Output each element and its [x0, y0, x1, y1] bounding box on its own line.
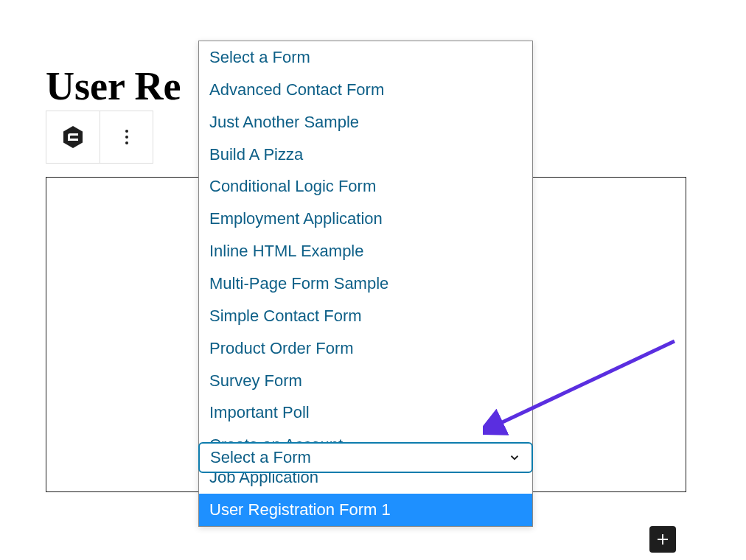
block-toolbar	[46, 111, 153, 164]
dropdown-option[interactable]: Advanced Contact Form	[199, 74, 532, 106]
svg-marker-0	[63, 126, 83, 148]
dropdown-option[interactable]: Important Poll	[199, 396, 532, 429]
dropdown-option[interactable]: Just Another Sample	[199, 106, 532, 139]
dropdown-option[interactable]: Select a Form	[199, 41, 532, 74]
more-vertical-icon	[125, 130, 128, 144]
dropdown-option[interactable]: Conditional Logic Form	[199, 170, 532, 203]
dropdown-option[interactable]: Inline HTML Example	[199, 235, 532, 267]
more-options-button[interactable]	[100, 111, 153, 163]
plus-icon	[654, 531, 672, 548]
gravity-forms-icon	[61, 125, 85, 149]
block-type-button[interactable]	[46, 111, 100, 163]
dropdown-option[interactable]: User Registration Form 1	[199, 494, 532, 526]
dropdown-option[interactable]: Product Order Form	[199, 332, 532, 365]
page-title: User Re	[46, 63, 181, 109]
form-select-value: Select a Form	[210, 448, 311, 467]
add-block-button[interactable]	[649, 526, 676, 553]
dropdown-option[interactable]: Employment Application	[199, 203, 532, 235]
chevron-down-icon	[508, 451, 521, 464]
dropdown-option[interactable]: Multi-Page Form Sample	[199, 267, 532, 300]
dropdown-option[interactable]: Simple Contact Form	[199, 300, 532, 332]
dropdown-option[interactable]: Build A Pizza	[199, 139, 532, 171]
dropdown-option[interactable]: Survey Form	[199, 365, 532, 397]
form-select-dropdown[interactable]: Select a Form	[198, 442, 533, 473]
